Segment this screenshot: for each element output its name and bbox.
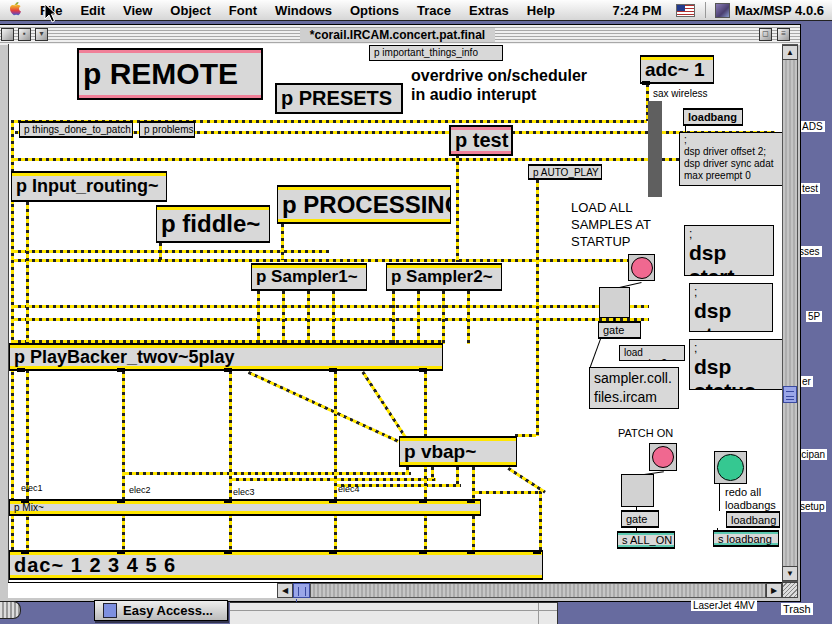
message-load-samples[interactable]: load samples? (619, 345, 685, 361)
menu-object[interactable]: Object (161, 3, 219, 18)
patch-cord (122, 371, 125, 557)
box-label: s loadbang (718, 533, 772, 545)
menu-font[interactable]: Font (220, 3, 266, 18)
box-label: adc~ 1 (645, 59, 705, 81)
scroll-right-arrow[interactable]: ▶ (766, 583, 782, 598)
horizontal-scrollbar[interactable]: ◀ ▶ (8, 582, 782, 598)
message-dsp-stop[interactable]: ; dsp stop (689, 283, 773, 332)
subpatch-playbacker[interactable]: p PlayBacker_twov~5play (9, 343, 443, 371)
background-window-edge[interactable] (230, 602, 558, 624)
scroll-left-arrow[interactable]: ◀ (277, 583, 293, 598)
subpatch-test[interactable]: p test (449, 125, 513, 156)
message-line: ; (689, 227, 769, 241)
menu-options[interactable]: Options (341, 3, 408, 18)
gain-slider[interactable] (648, 101, 662, 197)
easy-access-title: Easy Access... (123, 603, 213, 618)
bang-button-load-samples[interactable] (628, 254, 655, 281)
patch-cord (11, 318, 649, 321)
box-label: p fiddle~ (161, 210, 260, 238)
apple-menu-icon[interactable] (0, 1, 31, 19)
object-gate-patch-on[interactable]: gate (621, 510, 659, 528)
application-menu-name[interactable]: Max/MSP 4.0.6 (735, 3, 832, 18)
patcher-mode-button[interactable]: ▾ (35, 28, 48, 41)
message-line: ; (694, 341, 778, 355)
message-dsp-status[interactable]: ; dsp status (689, 339, 783, 390)
patcher-canvas[interactable]: p REMOTE p important_things_info p PRESE… (8, 44, 783, 582)
zoom-box-button[interactable]: ◻ (759, 28, 772, 41)
subpatch-sampler1[interactable]: p Sampler1~ (251, 263, 367, 291)
bang-button-patch-on[interactable] (649, 443, 677, 471)
application-menu-icon[interactable] (715, 3, 730, 18)
object-dac[interactable]: dac~ 1 2 3 4 5 6 (9, 550, 543, 580)
patch-cord (281, 224, 284, 260)
vertical-scrollbar[interactable]: ▲ ▼ (782, 44, 798, 582)
subpatch-auto-play[interactable]: p AUTO_PLAY (528, 164, 602, 180)
message-sampler-coll[interactable]: sampler.coll. files.ircam (589, 367, 679, 409)
desktop-icon-label[interactable]: test (800, 183, 820, 194)
menu-view[interactable]: View (114, 3, 161, 18)
bang-button-redo-loadbangs[interactable] (714, 451, 747, 484)
vertical-scroll-thumb[interactable] (783, 386, 797, 403)
desktop-icon-label[interactable]: setup (798, 501, 826, 512)
patcher-window: ▪ ▾ *corail.IRCAM.concert.pat.final ◻ ≡ (0, 24, 801, 602)
subpatch-things-done-to-patch[interactable]: p things_done_to_patch (19, 121, 133, 138)
box-label: gate (603, 324, 624, 336)
subpatch-fiddle[interactable]: p fiddle~ (156, 205, 270, 243)
subpatch-vbap[interactable]: p vbap~ (399, 436, 517, 467)
scroll-down-arrow[interactable]: ▼ (782, 566, 798, 581)
object-adc[interactable]: adc~ 1 (640, 55, 714, 84)
desktop-icon-label[interactable]: ADS (800, 121, 825, 132)
easy-access-collapsed-window[interactable]: Easy Access... (94, 600, 228, 621)
toggle-patch-on[interactable] (621, 474, 654, 507)
message-dsp-driver[interactable]: ; dsp driver offset 2; dsp driver sync a… (679, 132, 783, 186)
menu-bar-right: 7:24 PM Max/MSP 4.0.6 (604, 2, 832, 18)
toggle-load-samples[interactable] (599, 287, 630, 318)
horizontal-scroll-track[interactable] (310, 583, 766, 598)
subpatch-processing[interactable]: p PROCESSING (277, 185, 451, 224)
message-line: max preempt 0 (684, 170, 778, 182)
menu-help[interactable]: Help (518, 3, 564, 18)
message-line: dsp driver sync adat (684, 158, 778, 170)
message-dsp-start[interactable]: ; dsp start (684, 225, 774, 276)
subpatch-important-things-info[interactable]: p important_things_info (369, 45, 503, 61)
menu-extras[interactable]: Extras (460, 3, 518, 18)
patch-cord (332, 291, 335, 344)
collapse-box-button[interactable]: ≡ (777, 28, 790, 41)
patch-cord (307, 291, 310, 344)
desktop-icon-label[interactable]: 5P (806, 311, 822, 322)
desktop-icon-label[interactable]: er (800, 376, 813, 387)
object-gate-samples[interactable]: gate (598, 321, 641, 339)
keyboard-flag-icon[interactable] (676, 4, 695, 17)
subpatch-input-routing[interactable]: p Input_routing~ (11, 171, 167, 202)
menu-edit[interactable]: Edit (71, 3, 114, 18)
trash-icon-label[interactable]: Trash (781, 603, 813, 615)
menu-windows[interactable]: Windows (266, 3, 341, 18)
outlet-tick (419, 368, 427, 372)
window-resize-grip[interactable] (782, 582, 798, 598)
lock-button[interactable]: ▪ (18, 28, 31, 41)
object-loadbang[interactable]: loadbang (683, 108, 743, 126)
patch-cord (159, 243, 162, 260)
menu-clock[interactable]: 7:24 PM (604, 3, 669, 18)
menu-trace[interactable]: Trace (408, 3, 460, 18)
subpatch-mix[interactable]: p Mix~ (9, 499, 481, 516)
object-send-loadbang[interactable]: s loadbang (713, 530, 779, 547)
horizontal-scroll-thumb[interactable] (293, 583, 310, 598)
subpatch-remote[interactable]: p REMOTE (77, 48, 263, 100)
inlet-tick (467, 499, 475, 503)
subpatch-presets[interactable]: p PRESETS (275, 83, 403, 114)
scroll-up-arrow[interactable]: ▲ (782, 45, 798, 60)
control-strip-tab[interactable] (0, 601, 21, 619)
subpatch-problems[interactable]: p problems (139, 121, 195, 138)
patch-cord (257, 291, 260, 344)
printer-icon-label[interactable]: LaserJet 4MV (691, 600, 757, 611)
object-send-all-on[interactable]: s ALL_ON (617, 531, 675, 549)
inlet-tick (21, 499, 29, 503)
box-label: p PROCESSING (282, 191, 451, 219)
window-title-bar[interactable]: ▪ ▾ *corail.IRCAM.concert.pat.final ◻ ≡ (0, 25, 800, 45)
close-box-button[interactable] (1, 28, 14, 41)
message-line: files.ircam (594, 388, 674, 407)
desktop-icon-label[interactable]: icipan (797, 449, 827, 460)
subpatch-sampler2[interactable]: p Sampler2~ (386, 263, 502, 291)
object-loadbang-redo[interactable]: loadbang (726, 511, 780, 528)
